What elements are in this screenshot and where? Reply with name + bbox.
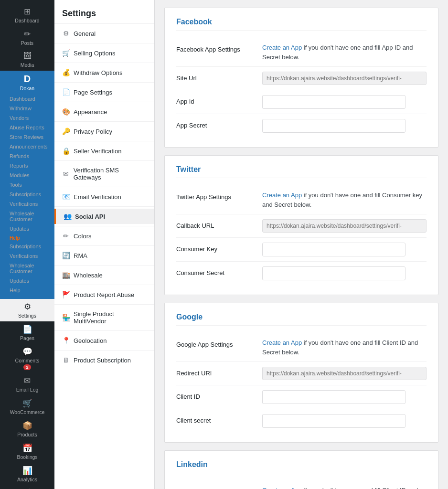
woocommerce-icon: 🛒: [22, 398, 32, 408]
sub-menu-general[interactable]: ⚙ General: [54, 26, 154, 41]
sidebar-item-email-log[interactable]: ✉ Email Log: [0, 373, 54, 395]
linkedin-app-settings-row: Linkedin App Settings Create an App if y…: [176, 481, 427, 489]
twitter-consumer-secret-input[interactable]: [262, 266, 405, 280]
dokan-sub-abuse[interactable]: Abuse Reports: [2, 123, 53, 132]
dokan-sub-reviews[interactable]: Store Reviews: [2, 132, 53, 142]
help-sub-subscriptions[interactable]: Subscriptions: [2, 242, 53, 251]
sidebar-item-label: Dokan: [20, 85, 34, 91]
google-client-id-input[interactable]: [262, 390, 405, 404]
settings-content: Facebook Facebook App Settings Create an…: [155, 0, 448, 489]
sub-menu-appearance[interactable]: 🎨 Appearance: [54, 104, 154, 119]
sub-menu-label: Appearance: [74, 108, 107, 116]
google-redirect-uri-input[interactable]: [262, 367, 427, 380]
dokan-sub-dashboard[interactable]: Dashboard: [2, 94, 53, 104]
sub-menu-rma[interactable]: 🔄 RMA: [54, 248, 154, 263]
dokan-sub-modules[interactable]: Modules: [2, 170, 53, 180]
twitter-consumer-key-input[interactable]: [262, 243, 405, 256]
google-create-app-link[interactable]: Create an App: [262, 339, 302, 346]
dokan-sub-verifications[interactable]: Verifications: [2, 199, 53, 209]
dokan-sub-withdraw[interactable]: Withdraw: [2, 104, 53, 113]
dokan-sub-reports[interactable]: Reports: [2, 161, 53, 170]
sub-menu-single-product-multivendor[interactable]: 🏪 Single Product MultiVendor: [54, 307, 154, 329]
facebook-create-app-link[interactable]: Create an App: [262, 44, 302, 51]
sidebar-item-dashboard[interactable]: ⊞ Dashboard: [0, 4, 54, 26]
multivendor-icon: 🏪: [62, 314, 70, 321]
main-sidebar: ⊞ Dashboard ✏ Posts 🖼 Media D Dokan Dash…: [0, 0, 54, 489]
analytics-icon: 📊: [22, 466, 32, 476]
facebook-app-id-row: App Id: [176, 90, 427, 114]
sub-menu-product-report-abuse[interactable]: 🚩 Product Report Abuse: [54, 287, 154, 302]
twitter-create-app-link[interactable]: Create an App: [262, 191, 302, 199]
sub-menu-label: Single Product MultiVendor: [74, 310, 147, 325]
sub-menu-geolocation[interactable]: 📍 Geolocation: [54, 333, 154, 348]
dokan-sub-subscriptions[interactable]: Subscriptions: [2, 190, 53, 199]
sidebar-item-pages[interactable]: 📄 Pages: [0, 321, 54, 344]
google-title: Google: [176, 313, 427, 326]
facebook-app-id-label: App Id: [176, 95, 253, 105]
sub-menu-social-api[interactable]: 👥 Social API: [54, 209, 154, 224]
sub-menu-label: Email Verification: [74, 193, 121, 201]
facebook-app-id-input[interactable]: [262, 95, 405, 109]
settings-icon: ⚙: [24, 302, 31, 312]
dokan-sub-wholesale[interactable]: Wholesale Customer: [2, 209, 53, 224]
sidebar-item-posts[interactable]: ✏ Posts: [0, 26, 54, 49]
sidebar-item-comments[interactable]: 💬 Comments 2: [0, 344, 54, 373]
sidebar-item-marketing[interactable]: 📣 Marketing: [0, 485, 54, 489]
divider: [54, 350, 154, 351]
facebook-info-text: Create an App if you don't have one and …: [262, 43, 427, 62]
page-settings-icon: 📄: [62, 88, 70, 96]
sub-menu-seller-verification[interactable]: 🔒 Seller Verification: [54, 143, 154, 159]
twitter-consumer-secret-row: Consumer Secret: [176, 262, 427, 285]
colors-icon: ✏: [62, 232, 70, 240]
help-sub-help[interactable]: Help: [2, 286, 53, 295]
help-sub-wholesale[interactable]: Wholesale Customer: [2, 261, 53, 276]
sub-menu-privacy-policy[interactable]: 🔑 Privacy Policy: [54, 124, 154, 139]
email-log-icon: ✉: [24, 376, 31, 386]
facebook-app-settings-label: Facebook App Settings: [176, 43, 253, 53]
help-sub-verifications[interactable]: Verifications: [2, 251, 53, 261]
sidebar-item-dokan[interactable]: D Dokan Dashboard Withdraw Vendors Abuse…: [0, 71, 54, 299]
comments-icon: 💬: [22, 347, 32, 357]
dokan-sub-vendors[interactable]: Vendors: [2, 113, 53, 123]
twitter-info-text: Create an App if you don't have one and …: [262, 191, 427, 209]
dokan-sub-updates[interactable]: Updates: [2, 224, 53, 234]
google-app-settings-label: Google App Settings: [176, 338, 253, 348]
sidebar-item-analytics[interactable]: 📊 Analytics: [0, 463, 54, 485]
sub-menu-label: Colors: [74, 233, 92, 240]
sidebar-item-woocommerce[interactable]: 🛒 WooCommerce: [0, 395, 54, 418]
divider: [54, 187, 154, 187]
sidebar-item-label: WooCommerce: [10, 409, 45, 415]
sub-menu-product-subscription[interactable]: 🖥 Product Subscription: [54, 352, 154, 368]
facebook-app-secret-input[interactable]: [262, 119, 405, 133]
sub-menu-withdraw-options[interactable]: 💰 Withdraw Options: [54, 65, 154, 80]
sidebar-item-label: Products: [17, 432, 37, 437]
help-sub-updates[interactable]: Updates: [2, 276, 53, 286]
sidebar-item-products[interactable]: 📦 Products: [0, 418, 54, 440]
sub-menu-selling-options[interactable]: 🛒 Selling Options: [54, 45, 154, 61]
sidebar-item-bookings[interactable]: 📅 Bookings: [0, 440, 54, 463]
sub-menu-verification-sms[interactable]: ✉ Verification SMS Gateways: [54, 163, 154, 185]
google-client-id-wrap: [262, 390, 427, 404]
google-info-wrap: Create an App if you don't have one and …: [262, 338, 427, 357]
sub-menu-wholesale[interactable]: 🏬 Wholesale: [54, 267, 154, 283]
dokan-sub-refunds[interactable]: Refunds: [2, 151, 53, 161]
dokan-sub-announcements[interactable]: Announcements: [2, 142, 53, 151]
sub-menu-label: RMA: [74, 252, 87, 259]
divider: [54, 160, 154, 161]
sidebar-item-label: Comments: [15, 358, 40, 363]
facebook-site-url-input[interactable]: [262, 72, 427, 85]
sidebar-item-media[interactable]: 🖼 Media: [0, 49, 54, 71]
twitter-title: Twitter: [176, 165, 427, 178]
appearance-menu-icon: 🎨: [62, 108, 70, 116]
facebook-app-settings-info: Create an App if you don't have one and …: [262, 43, 427, 62]
sub-menu-colors[interactable]: ✏ Colors: [54, 228, 154, 244]
google-client-secret-input[interactable]: [262, 414, 405, 428]
sub-menu-email-verification[interactable]: 📧 Email Verification: [54, 189, 154, 204]
twitter-callback-input[interactable]: [262, 219, 427, 233]
sub-menu-label: Geolocation: [74, 337, 107, 344]
sub-menu-page-settings[interactable]: 📄 Page Settings: [54, 85, 154, 100]
dokan-sub-tools[interactable]: Tools: [2, 180, 53, 190]
sidebar-item-settings-active[interactable]: ⚙ Settings: [0, 299, 54, 321]
linkedin-create-app-link[interactable]: Create an App: [262, 487, 302, 489]
twitter-consumer-key-row: Consumer Key: [176, 238, 427, 262]
